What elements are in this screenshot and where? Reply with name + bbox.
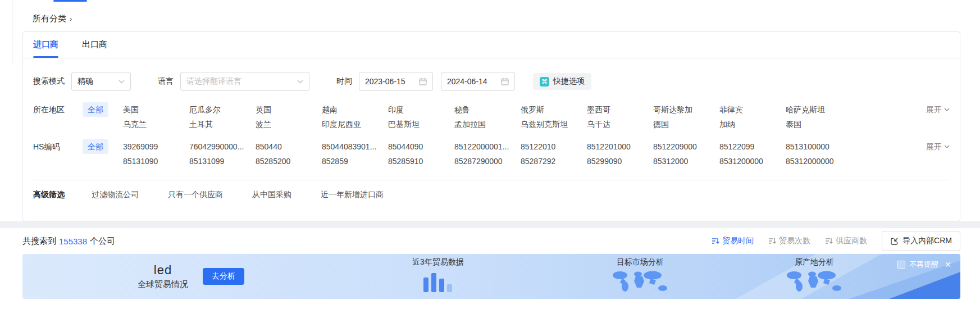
results-count-number[interactable]: 155338	[59, 237, 87, 246]
advanced-filter-option[interactable]: 只有一个供应商	[168, 190, 223, 200]
hs-code-all-tag[interactable]: 全部	[83, 139, 108, 154]
calendar-icon	[419, 78, 427, 85]
results-count-suffix: 个公司	[90, 236, 115, 247]
hs-code-options-row1: 3926909976042990000...85044085044083901.…	[123, 139, 852, 154]
results-header: 共搜索到 155338 个公司 贸易时间 贸易次数 供应商数 导入内部CRM	[22, 228, 960, 254]
sort-icon	[712, 237, 719, 245]
results-count: 共搜索到 155338 个公司	[22, 236, 115, 247]
region-option[interactable]: 波兰	[256, 117, 322, 131]
advanced-filter-option[interactable]: 从中国采购	[252, 190, 291, 200]
region-option[interactable]: 乌兹别克斯坦	[521, 117, 587, 131]
command-icon: ⌘	[540, 77, 549, 87]
hs-code-option[interactable]: 39269099	[123, 139, 189, 154]
hs-code-option[interactable]: 85285200	[256, 154, 322, 169]
language-select[interactable]: 请选择翻译语言	[180, 72, 309, 91]
close-icon[interactable]: ✕	[945, 260, 951, 269]
region-expand-button[interactable]: 展开	[926, 102, 950, 117]
region-option[interactable]: 墨西哥	[587, 102, 653, 117]
hs-code-option[interactable]: 85312000	[653, 154, 719, 169]
search-filter-panel: 进口商 出口商 搜索模式 精确 语言 请选择翻译语言 时间 2023-06-15…	[22, 31, 960, 221]
region-option[interactable]: 英国	[256, 102, 322, 117]
hs-code-option[interactable]: 8513100000	[786, 139, 852, 154]
hs-code-option[interactable]: 85122010	[521, 139, 587, 154]
hs-code-option[interactable]: 85312000000	[786, 154, 852, 169]
hs-code-option[interactable]: 852859	[322, 154, 388, 169]
panel-divider	[33, 180, 950, 180]
advanced-filter-options: 过滤物流公司只有一个供应商从中国采购近一年新增进口商	[92, 190, 384, 200]
breadcrumb[interactable]: 所有分类 ›	[33, 13, 72, 24]
region-option[interactable]: 越南	[322, 102, 388, 117]
region-option[interactable]: 巴基斯坦	[388, 117, 454, 131]
chevron-right-icon: ›	[70, 15, 72, 23]
tab-exporters[interactable]: 出口商	[82, 32, 107, 58]
hs-code-option[interactable]: 85287290000	[454, 154, 521, 169]
region-option[interactable]: 哈萨克斯坦	[786, 102, 852, 117]
region-option[interactable]: 印度	[388, 102, 454, 117]
region-option[interactable]: 俄罗斯	[521, 102, 587, 117]
world-map-icon	[611, 270, 669, 293]
region-option[interactable]: 乌克兰	[123, 117, 189, 131]
dismiss-checkbox[interactable]	[897, 261, 905, 269]
banner-section-target-market[interactable]: 目标市场分析	[584, 257, 696, 295]
region-option[interactable]: 厄瓜多尔	[189, 102, 256, 117]
advanced-filter-option[interactable]: 过滤物流公司	[92, 190, 139, 200]
hs-code-option[interactable]: 85131090	[123, 154, 189, 169]
hs-code-option[interactable]: 85131099	[189, 154, 256, 169]
hs-code-option[interactable]: 85044083901...	[322, 139, 388, 154]
hs-code-option[interactable]: 8531200000	[719, 154, 786, 169]
region-option[interactable]: 美国	[123, 102, 189, 117]
advanced-filter-option[interactable]: 近一年新增进口商	[321, 190, 384, 200]
banner-keyword: led	[138, 263, 188, 278]
search-mode-label: 搜索模式	[33, 76, 65, 87]
analyze-button[interactable]: 去分析	[203, 268, 244, 285]
sort-supplier-count-label: 供应商数	[836, 236, 867, 246]
hs-code-option[interactable]: 85285910	[388, 154, 454, 169]
hs-code-option[interactable]: 76042990000...	[189, 139, 256, 154]
region-option[interactable]: 菲律宾	[719, 102, 786, 117]
advanced-filter-label: 高级筛选	[33, 190, 65, 200]
region-option[interactable]: 哥斯达黎加	[653, 102, 719, 117]
banner-section-trade-data[interactable]: 近3年贸易数据	[382, 257, 494, 295]
hs-code-option[interactable]: 85299090	[587, 154, 653, 169]
import-crm-button[interactable]: 导入内部CRM	[882, 231, 960, 251]
hs-code-option[interactable]: 8512201000	[587, 139, 653, 154]
region-option[interactable]: 印度尼西亚	[322, 117, 388, 131]
hs-code-expand-button[interactable]: 展开	[926, 139, 950, 154]
banner-subtitle: 全球贸易情况	[138, 279, 188, 290]
region-all-tag[interactable]: 全部	[83, 102, 108, 117]
region-option[interactable]: 孟加拉国	[454, 117, 521, 131]
end-date-input[interactable]: 2024-06-14	[441, 72, 515, 91]
sort-trade-count[interactable]: 贸易次数	[768, 236, 810, 246]
quick-options-button[interactable]: ⌘ 快捷选项	[533, 73, 591, 90]
region-option[interactable]: 土耳其	[189, 117, 256, 131]
chevron-down-icon	[297, 80, 303, 84]
sort-trade-time[interactable]: 贸易时间	[712, 236, 754, 246]
hs-code-option[interactable]: 85044090	[388, 139, 454, 154]
import-icon	[890, 237, 899, 245]
tab-importers[interactable]: 进口商	[33, 32, 58, 58]
region-label: 所在地区	[33, 102, 83, 117]
search-mode-select[interactable]: 精确	[71, 72, 131, 91]
hs-code-option[interactable]: 85287292	[521, 154, 587, 169]
region-option[interactable]: 秘鲁	[454, 102, 521, 117]
banner-section-origin[interactable]: 原产地分析	[758, 257, 870, 295]
hs-code-option[interactable]: 850440	[256, 139, 322, 154]
language-label: 语言	[158, 76, 174, 87]
sort-icon	[825, 237, 833, 245]
tab-bar: 进口商 出口商	[23, 32, 960, 58]
sort-supplier-count[interactable]: 供应商数	[825, 236, 867, 246]
hs-code-option[interactable]: 85122000001...	[454, 139, 521, 154]
hs-code-option[interactable]: 8512209000	[653, 139, 719, 154]
region-option[interactable]: 加纳	[719, 117, 786, 131]
promo-banner: led 全球贸易情况 去分析 近3年贸易数据 目标市场分析 原产地分析	[22, 254, 960, 299]
hs-code-option[interactable]: 85122099	[719, 139, 786, 154]
region-option[interactable]: 德国	[653, 117, 719, 131]
start-date-input[interactable]: 2023-06-15	[359, 72, 433, 91]
region-option[interactable]: 乌干达	[587, 117, 653, 131]
section-gap	[0, 221, 980, 228]
hs-code-options-row2: 8513109085131099852852008528598528591085…	[123, 154, 852, 169]
region-option[interactable]: 泰国	[786, 117, 852, 131]
chevron-down-icon	[944, 108, 950, 111]
end-date-value: 2024-06-14	[447, 77, 496, 86]
import-crm-label: 导入内部CRM	[902, 236, 952, 246]
